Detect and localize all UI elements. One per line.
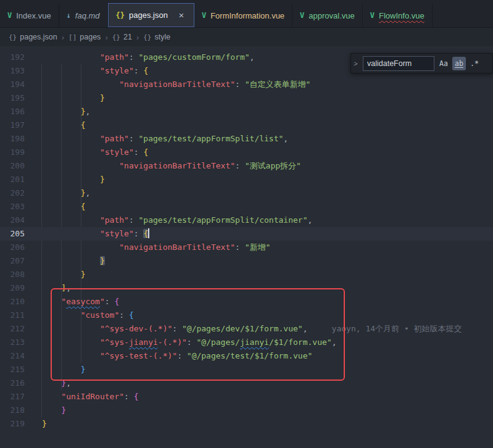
line-content[interactable]: { bbox=[42, 200, 493, 214]
code-token bbox=[42, 297, 61, 306]
breadcrumb-label: pages bbox=[80, 33, 101, 41]
code-token bbox=[42, 52, 100, 62]
line-number: 219 bbox=[0, 417, 25, 431]
line-number: 200 bbox=[0, 159, 25, 173]
git-blame-annotation: yaoyn, 14个月前 • 初始版本提交 bbox=[307, 324, 462, 333]
find-input[interactable] bbox=[363, 56, 434, 71]
tab-label: FormInformation.vue bbox=[210, 11, 284, 20]
close-icon[interactable]: × bbox=[176, 10, 186, 20]
line-content[interactable]: "style": { bbox=[42, 146, 493, 159]
code-token: "path" bbox=[100, 52, 129, 62]
line-content[interactable]: "style": { bbox=[42, 227, 493, 241]
breadcrumb-item-style[interactable]: {}style bbox=[142, 33, 172, 41]
json-icon: {} bbox=[116, 11, 125, 20]
line-content[interactable]: "path": "pages/test/appFormSplit/list", bbox=[42, 132, 493, 146]
line-content[interactable]: } bbox=[42, 91, 493, 105]
line-content[interactable]: "custom": { bbox=[42, 309, 493, 322]
code-line-213: 213 "^sys-jianyi-(.*)": "@/pages/jianyi/… bbox=[0, 336, 493, 349]
code-token: : bbox=[129, 134, 139, 143]
code-token: } bbox=[42, 419, 47, 428]
code-token bbox=[42, 378, 61, 388]
code-token: "@/pages/test/$1/form.vue" bbox=[187, 351, 313, 360]
line-content[interactable]: "navigationBarTitleText": "新增" bbox=[42, 241, 493, 254]
line-content[interactable]: }, bbox=[42, 376, 493, 390]
code-token: , bbox=[332, 338, 337, 347]
code-token bbox=[42, 351, 100, 360]
tab-pages-json[interactable]: {}pages.json× bbox=[108, 3, 194, 27]
line-content[interactable]: } bbox=[42, 254, 493, 268]
breadcrumb-label: pages.json bbox=[20, 33, 57, 41]
line-number: 206 bbox=[0, 241, 25, 254]
line-content[interactable]: { bbox=[42, 118, 493, 132]
tab-faq-md[interactable]: ↓faq.md bbox=[59, 4, 108, 27]
code-token: , bbox=[283, 134, 288, 143]
line-content[interactable]: } bbox=[42, 363, 493, 376]
regex-toggle[interactable]: .* bbox=[468, 57, 481, 70]
code-token: ] bbox=[61, 283, 66, 292]
line-number: 210 bbox=[0, 295, 25, 309]
line-number: 197 bbox=[0, 118, 25, 132]
line-number: 201 bbox=[0, 173, 25, 186]
line-number: 193 bbox=[0, 64, 25, 78]
code-token: : bbox=[134, 66, 144, 75]
line-content[interactable]: "path": "pages/test/appFormSplit/contain… bbox=[42, 214, 493, 227]
code-token: : bbox=[134, 147, 144, 157]
object-symbol-icon: {} bbox=[112, 33, 120, 41]
code-token bbox=[42, 93, 100, 102]
code-line-205: 205 "style": { bbox=[0, 227, 493, 241]
line-content[interactable]: "easycom": { bbox=[42, 295, 493, 309]
line-number: 199 bbox=[0, 146, 25, 159]
line-number: 217 bbox=[0, 390, 25, 404]
tab-index-vue[interactable]: VIndex.vue bbox=[0, 4, 59, 27]
line-number: 207 bbox=[0, 254, 25, 268]
code-line-197: 197 { bbox=[0, 118, 493, 132]
code-line-216: 216 }, bbox=[0, 376, 493, 390]
line-content[interactable]: } bbox=[42, 268, 493, 281]
code-token: : bbox=[172, 324, 182, 333]
whole-word-toggle[interactable]: ab bbox=[452, 57, 466, 70]
line-number: 205 bbox=[0, 227, 25, 241]
line-content[interactable]: "navigationBarTitleText": "测试app拆分" bbox=[42, 159, 493, 173]
code-token: "navigationBarTitleText" bbox=[119, 243, 235, 252]
tab-label: pages.json bbox=[129, 10, 168, 20]
line-number: 192 bbox=[0, 51, 25, 64]
line-content[interactable]: }, bbox=[42, 186, 493, 200]
line-content[interactable]: "^sys-dev-(.*)": "@/pages/dev/$1/form.vu… bbox=[42, 322, 493, 336]
find-options: Aaab.* bbox=[437, 57, 481, 70]
cursor-caret bbox=[148, 228, 149, 238]
tab-forminformation-vue[interactable]: VFormInformation.vue bbox=[194, 4, 292, 27]
tab-label: Index.vue bbox=[16, 11, 51, 20]
code-token: "测试app拆分" bbox=[245, 161, 301, 170]
line-content[interactable]: "uniIdRouter": { bbox=[42, 390, 493, 404]
breadcrumb-item-21[interactable]: {}21 bbox=[111, 33, 133, 41]
code-token bbox=[42, 243, 119, 252]
line-content[interactable]: } bbox=[42, 404, 493, 417]
code-token: "@/pages/ bbox=[196, 338, 239, 347]
tab-flowinfo-vue[interactable]: VFlowInfo.vue bbox=[363, 4, 433, 27]
code-token bbox=[42, 405, 61, 415]
find-widget: > Aaab.* bbox=[350, 53, 493, 73]
breadcrumb-item-pages[interactable]: []pages bbox=[67, 33, 102, 41]
toggle-replace-chevron-icon[interactable]: > bbox=[351, 54, 360, 73]
match-case-toggle[interactable]: Aa bbox=[437, 57, 450, 70]
code-token: /$1/form.vue" bbox=[269, 338, 332, 347]
line-content[interactable]: } bbox=[42, 417, 493, 431]
line-content[interactable]: } bbox=[42, 173, 493, 186]
line-content[interactable]: ], bbox=[42, 281, 493, 295]
code-token: "navigationBarTitleText" bbox=[119, 80, 235, 89]
line-number: 196 bbox=[0, 105, 25, 118]
code-token bbox=[42, 229, 100, 238]
code-token: "pages/test/appFormSplit/list" bbox=[139, 134, 284, 143]
line-content[interactable]: "navigationBarTitleText": "自定义表单新增" bbox=[42, 78, 493, 91]
breadcrumb-separator: › bbox=[105, 33, 107, 42]
tab-approval-vue[interactable]: Vapproval.vue bbox=[292, 4, 363, 27]
line-content[interactable]: "^sys-test-(.*)": "@/pages/test/$1/form.… bbox=[42, 349, 493, 363]
code-token: -(.*)" bbox=[158, 338, 187, 347]
breadcrumb-separator: › bbox=[136, 33, 139, 42]
breadcrumb-item-pages-json[interactable]: {}pages.json bbox=[7, 33, 59, 41]
code-line-201: 201 } bbox=[0, 173, 493, 186]
code-token: , bbox=[250, 52, 255, 62]
code-line-199: 199 "style": { bbox=[0, 146, 493, 159]
line-content[interactable]: }, bbox=[42, 105, 493, 118]
line-content[interactable]: "^sys-jianyi-(.*)": "@/pages/jianyi/$1/f… bbox=[42, 336, 493, 349]
